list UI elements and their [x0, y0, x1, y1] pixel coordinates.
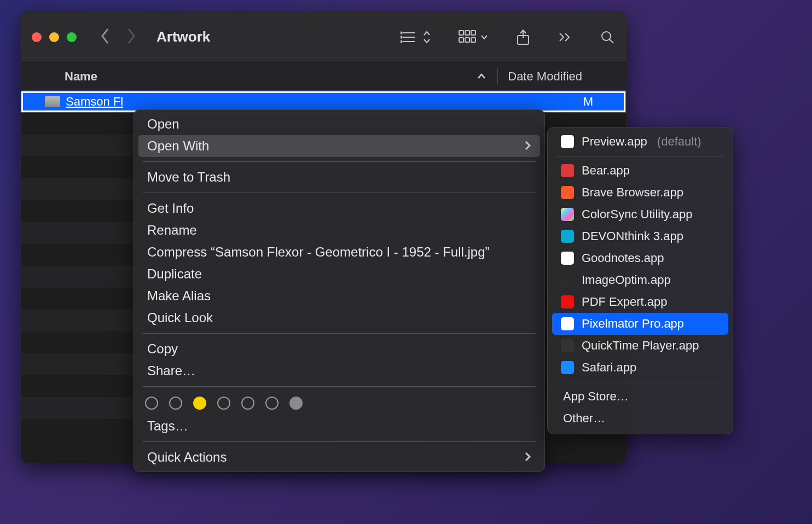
menu-make-alias[interactable]: Make Alias — [138, 285, 540, 307]
svg-rect-8 — [471, 31, 475, 35]
menu-label: Tags… — [147, 418, 188, 434]
submenu-app-imageoptim[interactable]: ImageOptim.app — [552, 269, 728, 291]
share-icon — [515, 28, 531, 46]
submenu-app-quicktime[interactable]: QuickTime Player.app — [552, 335, 728, 357]
window-title: Artwork — [156, 28, 210, 45]
close-button[interactable] — [32, 32, 42, 42]
submenu-app-goodnotes[interactable]: Goodnotes.app — [552, 247, 728, 269]
menu-share[interactable]: Share… — [138, 360, 540, 382]
submenu-indicator-icon — [525, 450, 531, 465]
svg-point-4 — [401, 36, 402, 38]
column-name[interactable]: Name — [65, 69, 477, 84]
menu-label: Make Alias — [147, 288, 211, 304]
menu-get-info[interactable]: Get Info — [138, 197, 540, 219]
view-options-button[interactable] — [401, 30, 431, 45]
app-icon — [561, 339, 574, 352]
tag-dot-gray[interactable] — [289, 397, 303, 410]
submenu-indicator-icon — [525, 138, 531, 154]
menu-separator — [143, 161, 536, 162]
svg-point-5 — [401, 40, 402, 42]
app-label: Bear.app — [582, 164, 630, 178]
share-button[interactable] — [515, 28, 531, 46]
menu-quick-look[interactable]: Quick Look — [138, 307, 540, 329]
menu-label: Open — [147, 117, 179, 132]
menu-separator — [143, 333, 536, 334]
menu-copy[interactable]: Copy — [138, 338, 540, 360]
menu-label: Open With — [147, 138, 209, 154]
svg-point-14 — [602, 32, 611, 40]
svg-line-15 — [610, 39, 613, 43]
svg-rect-7 — [465, 31, 469, 35]
app-icon — [561, 208, 574, 221]
menu-move-to-trash[interactable]: Move to Trash — [138, 166, 540, 188]
app-label: QuickTime Player.app — [582, 339, 699, 353]
file-thumbnail-icon — [45, 96, 60, 107]
submenu-app-brave[interactable]: Brave Browser.app — [552, 182, 728, 203]
menu-duplicate[interactable]: Duplicate — [138, 263, 540, 285]
submenu-app-devonthink[interactable]: DEVONthink 3.app — [552, 225, 728, 247]
menu-tags[interactable]: Tags… — [138, 415, 540, 437]
app-label: Preview.app — [582, 135, 647, 149]
menu-label: App Store… — [563, 389, 629, 404]
submenu-app-store[interactable]: App Store… — [552, 386, 728, 407]
app-label: ImageOptim.app — [582, 273, 671, 287]
back-button[interactable] — [100, 28, 112, 46]
chevron-down-icon — [480, 33, 488, 41]
search-button[interactable] — [600, 30, 615, 45]
menu-separator — [143, 386, 536, 387]
app-icon — [561, 135, 574, 148]
menu-rename[interactable]: Rename — [138, 219, 540, 241]
file-name: Samson Fl — [66, 95, 583, 109]
default-suffix: (default) — [657, 135, 701, 149]
tag-dot-yellow[interactable] — [193, 397, 206, 410]
chevrons-right-icon — [558, 32, 572, 43]
app-icon — [561, 252, 574, 265]
submenu-app-bear[interactable]: Bear.app — [552, 160, 728, 182]
column-header: Name Date Modified — [21, 62, 626, 91]
svg-rect-10 — [465, 38, 469, 42]
tag-color-row — [134, 391, 544, 415]
app-icon — [561, 230, 574, 243]
tag-dot-none[interactable] — [265, 397, 279, 410]
submenu-app-safari[interactable]: Safari.app — [552, 357, 728, 379]
menu-label: Share… — [147, 363, 195, 379]
menu-separator — [143, 193, 536, 193]
submenu-other[interactable]: Other… — [552, 407, 728, 429]
app-label: Goodnotes.app — [582, 251, 664, 265]
app-label: Brave Browser.app — [582, 185, 683, 200]
group-by-button[interactable] — [459, 30, 488, 44]
app-icon — [561, 361, 574, 374]
app-icon — [561, 295, 574, 308]
tag-dot-none[interactable] — [241, 397, 254, 410]
open-with-submenu: Preview.app (default) Bear.app Brave Bro… — [547, 127, 733, 434]
submenu-app-pdfexpert[interactable]: PDF Expert.app — [552, 291, 728, 313]
app-label: ColorSync Utility.app — [582, 207, 693, 222]
forward-button[interactable] — [125, 28, 137, 46]
column-date-modified[interactable]: Date Modified — [508, 69, 582, 84]
submenu-app-pixelmator[interactable]: Pixelmator Pro.app — [552, 313, 728, 335]
svg-rect-9 — [459, 38, 463, 42]
menu-label: Duplicate — [147, 266, 202, 282]
toolbar-overflow-button[interactable] — [558, 32, 572, 43]
app-icon — [561, 186, 574, 199]
menu-separator — [556, 382, 724, 382]
minimize-button[interactable] — [49, 32, 59, 42]
search-icon — [600, 30, 615, 45]
submenu-app-preview[interactable]: Preview.app (default) — [552, 131, 728, 153]
zoom-button[interactable] — [67, 32, 77, 42]
menu-compress[interactable]: Compress “Samson Flexor - Geometrico I -… — [138, 241, 540, 263]
menu-open-with[interactable]: Open With — [138, 135, 540, 157]
tag-dot-none[interactable] — [217, 397, 230, 410]
sort-indicator-icon — [477, 69, 486, 84]
tag-dot-none[interactable] — [145, 397, 158, 410]
context-menu: Open Open With Move to Trash Get Info Re… — [134, 109, 545, 472]
menu-label: Quick Actions — [147, 450, 227, 465]
menu-separator — [556, 156, 724, 156]
tag-dot-none[interactable] — [169, 397, 182, 410]
submenu-app-colorsync[interactable]: ColorSync Utility.app — [552, 203, 728, 225]
column-divider — [497, 68, 498, 85]
window-toolbar: Artwork — [21, 12, 626, 62]
menu-quick-actions[interactable]: Quick Actions — [138, 446, 540, 468]
menu-open[interactable]: Open — [138, 113, 540, 135]
app-label: PDF Expert.app — [582, 295, 668, 309]
